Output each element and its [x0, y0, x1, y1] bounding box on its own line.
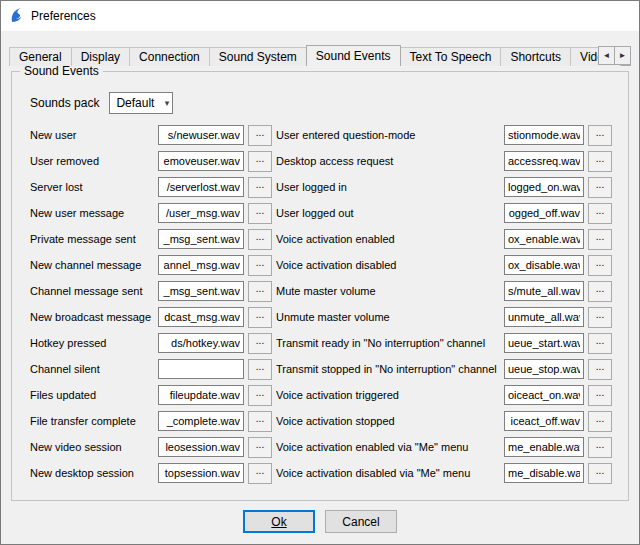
sound-file-input[interactable] [158, 203, 244, 223]
browse-button[interactable]: ... [248, 203, 272, 224]
tab-general[interactable]: General [9, 47, 72, 66]
browse-button[interactable]: ... [588, 385, 612, 406]
ok-button-label: Ok [271, 515, 286, 529]
cancel-button[interactable]: Cancel [325, 510, 397, 533]
sound-event-label: Voice activation enabled via "Me" menu [276, 441, 504, 453]
sound-event-row: Transmit ready in "No interruption" chan… [276, 330, 612, 356]
sound-file-input[interactable] [504, 203, 584, 223]
browse-button[interactable]: ... [588, 125, 612, 146]
sound-event-row: New user... [30, 122, 272, 148]
sound-file-input[interactable] [158, 177, 244, 197]
browse-button[interactable]: ... [248, 333, 272, 354]
browse-button[interactable]: ... [588, 411, 612, 432]
sound-event-row: User entered question-mode... [276, 122, 612, 148]
sound-file-input[interactable] [158, 385, 244, 405]
browse-button[interactable]: ... [588, 229, 612, 250]
browse-button[interactable]: ... [588, 151, 612, 172]
browse-button[interactable]: ... [248, 463, 272, 484]
left-column: New user...User removed...Server lost...… [30, 122, 272, 486]
browse-button[interactable]: ... [588, 437, 612, 458]
browse-button[interactable]: ... [248, 229, 272, 250]
browse-button[interactable]: ... [248, 255, 272, 276]
sound-file-input[interactable] [158, 333, 244, 353]
sound-file-input[interactable] [158, 229, 244, 249]
sound-event-row: Voice activation triggered... [276, 382, 612, 408]
sound-event-label: Voice activation disabled [276, 259, 504, 271]
tab-scroll-right-button[interactable]: ► [614, 46, 631, 65]
browse-button[interactable]: ... [248, 385, 272, 406]
browse-button[interactable]: ... [588, 463, 612, 484]
sound-file-input[interactable] [504, 437, 584, 457]
tab-text-to-speech[interactable]: Text To Speech [400, 47, 502, 66]
sound-event-label: User logged out [276, 207, 504, 219]
tab-connection[interactable]: Connection [129, 47, 210, 66]
sound-event-row: Server lost... [30, 174, 272, 200]
browse-button[interactable]: ... [248, 411, 272, 432]
browse-button[interactable]: ... [588, 177, 612, 198]
browse-button[interactable]: ... [248, 281, 272, 302]
sound-event-row: Hotkey pressed... [30, 330, 272, 356]
sound-file-input[interactable] [504, 255, 584, 275]
browse-button[interactable]: ... [588, 333, 612, 354]
sound-event-row: New desktop session... [30, 460, 272, 486]
sound-event-row: Voice activation disabled via "Me" menu.… [276, 460, 612, 486]
sound-event-row: Channel silent... [30, 356, 272, 382]
browse-button[interactable]: ... [588, 307, 612, 328]
sound-event-label: Voice activation enabled [276, 233, 504, 245]
browse-button[interactable]: ... [588, 255, 612, 276]
browse-button[interactable]: ... [248, 151, 272, 172]
sound-event-label: User removed [30, 155, 158, 167]
sound-event-row: Files updated... [30, 382, 272, 408]
browse-button[interactable]: ... [248, 125, 272, 146]
tab-sound-events[interactable]: Sound Events [306, 45, 401, 66]
sound-file-input[interactable] [504, 177, 584, 197]
browse-button[interactable]: ... [248, 307, 272, 328]
sound-event-row: New broadcast message... [30, 304, 272, 330]
title-bar: Preferences [1, 1, 639, 31]
sounds-pack-row: Sounds pack Default ▾ [30, 92, 173, 114]
sound-file-input[interactable] [158, 437, 244, 457]
tab-shortcuts[interactable]: Shortcuts [500, 47, 571, 66]
sound-file-input[interactable] [158, 255, 244, 275]
sound-file-input[interactable] [158, 359, 244, 379]
dialog-content: GeneralDisplayConnectionSound SystemSoun… [1, 31, 639, 544]
browse-button[interactable]: ... [248, 359, 272, 380]
tab-display[interactable]: Display [71, 47, 130, 66]
sound-file-input[interactable] [504, 411, 584, 431]
browse-button[interactable]: ... [248, 437, 272, 458]
sound-file-input[interactable] [504, 307, 584, 327]
sound-file-input[interactable] [504, 385, 584, 405]
sounds-pack-value: Default [116, 96, 154, 110]
tab-bar: GeneralDisplayConnectionSound SystemSoun… [9, 44, 637, 66]
right-column: User entered question-mode...Desktop acc… [276, 122, 612, 486]
browse-button[interactable]: ... [588, 281, 612, 302]
sound-event-row: User logged in... [276, 174, 612, 200]
sound-file-input[interactable] [158, 463, 244, 483]
sounds-pack-dropdown[interactable]: Default ▾ [109, 92, 173, 114]
sound-file-input[interactable] [504, 125, 584, 145]
sound-file-input[interactable] [158, 125, 244, 145]
browse-button[interactable]: ... [248, 177, 272, 198]
ok-button[interactable]: Ok [243, 510, 315, 533]
sound-event-row: Unmute master volume... [276, 304, 612, 330]
browse-button[interactable]: ... [588, 359, 612, 380]
sound-file-input[interactable] [504, 359, 584, 379]
dropdown-arrow-icon: ▾ [165, 98, 170, 108]
sound-file-input[interactable] [504, 333, 584, 353]
sound-file-input[interactable] [158, 411, 244, 431]
sound-event-row: File transfer complete... [30, 408, 272, 434]
sound-file-input[interactable] [158, 307, 244, 327]
footer: Ok Cancel [1, 510, 639, 533]
sound-event-label: New channel message [30, 259, 158, 271]
sound-event-label: Voice activation triggered [276, 389, 504, 401]
sound-file-input[interactable] [504, 281, 584, 301]
sound-file-input[interactable] [158, 151, 244, 171]
sound-file-input[interactable] [504, 463, 584, 483]
sound-file-input[interactable] [158, 281, 244, 301]
sound-event-row: User logged out... [276, 200, 612, 226]
browse-button[interactable]: ... [588, 203, 612, 224]
sound-file-input[interactable] [504, 229, 584, 249]
sound-file-input[interactable] [504, 151, 584, 171]
tab-scroll-left-button[interactable]: ◄ [598, 46, 615, 65]
tab-sound-system[interactable]: Sound System [209, 47, 307, 66]
